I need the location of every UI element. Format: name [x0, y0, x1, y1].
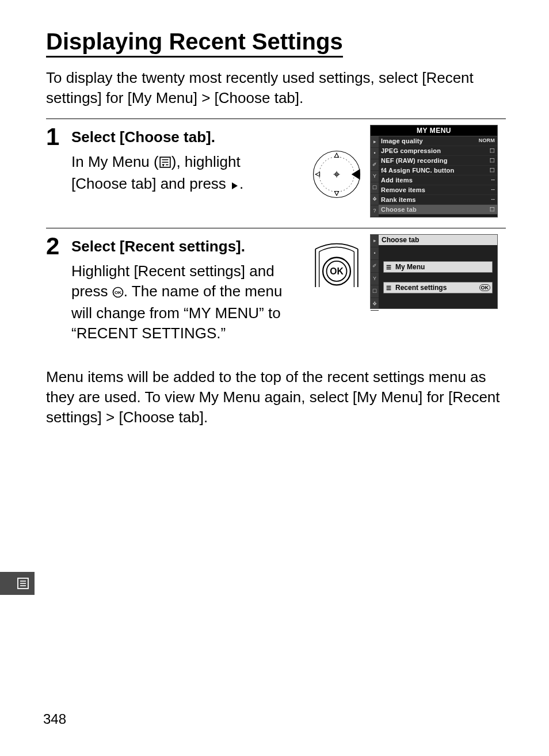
ok-badge: OK: [479, 284, 491, 291]
svg-marker-9: [334, 192, 338, 196]
tab-icon: •: [371, 247, 379, 260]
tab-icon: Y: [371, 273, 379, 285]
page-title: Displaying Recent Settings: [46, 29, 343, 58]
tab-icon: ▸: [371, 235, 379, 247]
tab-icon: ☐: [371, 182, 379, 194]
step-number: 2: [46, 234, 71, 258]
step-heading: Select [Choose tab].: [71, 128, 304, 146]
svg-marker-11: [352, 169, 360, 180]
step-2: 2 Select [Recent settings]. Highlight [R…: [46, 228, 506, 354]
menu-row: Rank items--: [379, 195, 497, 205]
menu-row: Image qualityNORM: [379, 136, 497, 146]
tab-icon: ▸: [371, 136, 379, 148]
intro-text: To display the twenty most recently used…: [46, 68, 506, 108]
step-heading: Select [Recent settings].: [71, 238, 304, 255]
option-label: My Menu: [395, 263, 425, 271]
menu-row: f4 Assign FUNC. button⬚: [379, 166, 497, 175]
screen-title: MY MENU: [371, 125, 497, 136]
section-tab: [0, 572, 35, 595]
svg-text:OK: OK: [115, 290, 121, 295]
tab-icon: ❖: [371, 298, 379, 311]
step-1: 1 Select [Choose tab]. In My Menu (), hi…: [46, 119, 506, 228]
mymenu-icon: [159, 154, 171, 174]
menu-tab-icon: [16, 576, 30, 590]
my-menu-screen: MY MENU ▸ • ✐ Y ☐ ❖ ? Image qualityNORM …: [370, 125, 498, 217]
step-number: 1: [46, 125, 71, 149]
screen-tabs: ▸ • ✐ Y ☐ ❖: [371, 235, 379, 308]
option-my-menu: ☰ My Menu: [383, 261, 493, 273]
menu-row: Remove items--: [379, 185, 497, 195]
recent-mini-icon: ☰: [386, 285, 391, 291]
menu-row: Add items--: [379, 175, 497, 185]
mymenu-mini-icon: ☰: [386, 264, 391, 270]
tab-icon: ?: [371, 205, 379, 217]
text-fragment: .: [239, 175, 243, 192]
menu-row: NEF (RAW) recording⬚: [379, 156, 497, 166]
after-text: Menu items will be added to the top of t…: [46, 367, 506, 427]
tab-icon: ✐: [371, 159, 379, 171]
step-text: Highlight [Recent settings] and press OK…: [71, 261, 290, 343]
menu-row-selected: Choose tab⬚: [379, 205, 497, 215]
multi-selector-icon: [310, 148, 363, 201]
step-text: In My Menu (), highlight [Choose tab] an…: [71, 152, 284, 196]
ok-button-icon: OK: [310, 234, 363, 292]
tab-icon: ☐: [371, 285, 379, 298]
tab-icon: ❖: [371, 194, 379, 205]
text-fragment: In My Menu (: [71, 153, 159, 170]
choose-tab-screen: ▸ • ✐ Y ☐ ❖ Choose tab ☰ My Menu: [370, 234, 498, 309]
screen-list: Image qualityNORM JPEG compression⬚ NEF …: [379, 136, 497, 217]
right-triangle-icon: [230, 175, 239, 196]
screen-tabs: ▸ • ✐ Y ☐ ❖ ?: [371, 136, 379, 217]
tab-icon: Y: [371, 171, 379, 182]
ok-circle-icon: OK: [112, 283, 124, 303]
svg-marker-8: [334, 153, 338, 157]
page-number: 348: [43, 711, 66, 727]
option-label: Recent settings: [395, 284, 447, 292]
option-recent-settings: ☰ Recent settings OK: [383, 282, 493, 293]
tab-icon: •: [371, 148, 379, 159]
svg-marker-5: [232, 182, 238, 189]
screen-title: Choose tab: [379, 235, 497, 245]
tab-icon: ✐: [371, 260, 379, 273]
svg-marker-3: [162, 164, 164, 166]
svg-text:OK: OK: [330, 266, 344, 276]
menu-row: JPEG compression⬚: [379, 146, 497, 156]
